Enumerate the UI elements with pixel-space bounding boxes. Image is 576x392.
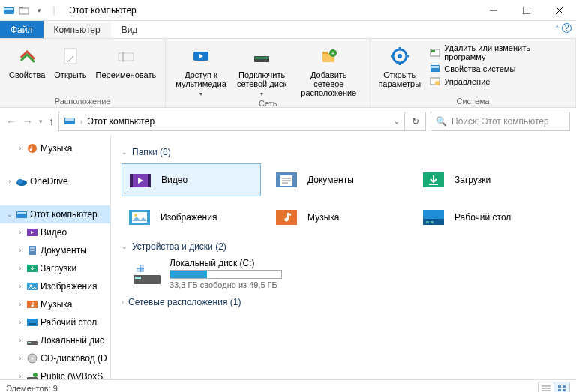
address-dropdown-icon[interactable]: ⌄ [394,118,400,125]
documents-icon [26,244,38,256]
minimize-button[interactable] [477,0,510,21]
svg-rect-89 [558,385,561,388]
maximize-button[interactable] [510,0,543,21]
tree-item[interactable]: ⌄Этот компьютер [0,205,110,223]
group-drives-header[interactable]: ⌄Устройства и диски (2) [122,241,566,252]
chevron-icon[interactable]: › [16,229,24,236]
folder-icon [418,204,448,231]
chevron-icon[interactable]: › [16,337,24,344]
open-button[interactable]: Открыть [51,40,89,97]
tree-item[interactable]: ›OneDrive [0,172,110,190]
svg-point-33 [28,144,37,153]
search-input[interactable]: 🔍 Поиск: Этот компьютер [430,112,570,131]
onedrive-icon [16,175,28,187]
close-button[interactable] [543,0,576,21]
nav-forward-button[interactable]: → [22,115,33,127]
rename-button[interactable]: Переименовать [93,40,160,97]
sidebar: ›Музыка›OneDrive⌄Этот компьютер›Видео›До… [0,135,111,379]
tree-item-label: Музыка [40,143,72,154]
folder-item[interactable]: Загрузки [416,163,555,196]
tree-item[interactable]: ›CD-дисковод (D [0,349,110,367]
ribbon-group-location-label: Расположение [6,97,159,107]
tree-item[interactable]: ›Музыка [0,295,110,313]
drive-label: Локальный диск (C:) [170,258,282,268]
nav-back-button[interactable]: ← [6,115,16,127]
tree-item[interactable]: ›Видео [0,223,110,241]
uninstall-button[interactable]: Удалить или изменить программу [430,43,565,61]
folder-label: Рабочий стол [454,212,511,223]
address-bar[interactable]: › Этот компьютер ⌄ [58,112,405,131]
tree-item[interactable]: ›Рабочий стол [0,313,110,331]
chevron-icon[interactable]: › [6,178,14,185]
svg-rect-79 [134,275,160,284]
content-pane: ⌄Папки (6) ВидеоДокументыЗагрузкиИзображ… [111,135,576,379]
qat-dropdown-icon[interactable]: ▾ [33,4,45,16]
svg-point-30 [435,81,440,85]
svg-rect-52 [28,342,31,343]
chevron-icon[interactable]: ⌄ [6,211,14,218]
drive-item[interactable]: Локальный диск (C:) 33,3 ГБ свободно из … [132,258,566,289]
view-icons-button[interactable] [554,382,570,393]
nav-up-button[interactable]: ↑ [49,115,54,127]
tab-file[interactable]: Файл [0,21,44,38]
svg-rect-38 [17,212,26,214]
navbar: ← → ▾ ↑ › Этот компьютер ⌄ ↻ 🔍 Поиск: Эт… [0,108,576,135]
tree-item-label: Этот компьютер [30,209,98,220]
group-folders-header[interactable]: ⌄Папки (6) [122,147,566,157]
chevron-icon[interactable]: › [16,355,24,362]
breadcrumb-text[interactable]: Этот компьютер [87,116,154,127]
tree-item[interactable]: ›Документы [0,241,110,259]
svg-point-56 [33,373,38,377]
svg-rect-32 [65,118,74,121]
tree-item[interactable]: ›Изображения [0,277,110,295]
tab-view[interactable]: Вид [111,21,148,38]
tree-item[interactable]: ›Локальный дис [0,331,110,349]
folder-item[interactable]: Документы [268,163,408,196]
properties-button[interactable]: Свойства [6,40,48,97]
tree-item-label: Загрузки [40,263,76,274]
chevron-icon[interactable]: › [16,265,24,272]
folder-item[interactable]: Музыка [268,201,408,234]
main-area: ›Музыка›OneDrive⌄Этот компьютер›Видео›До… [0,135,576,379]
tree-item-label: Документы [40,245,87,256]
folder-icon [125,166,155,193]
drive-sub: 33,3 ГБ свободно из 49,5 ГБ [170,280,282,289]
group-network-header[interactable]: ›Сетевые расположения (1) [122,297,566,307]
add-network-button[interactable]: + Добавить сетевое расположение [293,40,364,99]
chevron-icon[interactable]: › [16,247,24,254]
tab-computer[interactable]: Компьютер [44,21,111,38]
nav-recent-button[interactable]: ▾ [39,118,43,125]
folder-item[interactable]: Видео [122,163,261,196]
help-icon[interactable]: ⌃? [554,23,572,33]
manage-button[interactable]: Управление [430,76,565,87]
tree-item[interactable]: ›Музыка [0,139,110,157]
tree-item[interactable]: ›Загрузки [0,259,110,277]
chevron-icon[interactable]: › [16,145,24,152]
tree-item[interactable]: ›Public (\\VBoxS [0,367,110,379]
media-access-button[interactable]: Доступ к мультимедиа ▾ [172,40,230,99]
tree-item-label: Public (\\VBoxS [40,371,103,379]
folder-label: Изображения [160,212,217,223]
svg-rect-77 [426,221,429,223]
search-icon: 🔍 [436,116,447,127]
music-icon [26,142,38,154]
svg-rect-82 [136,265,140,268]
thispc-icon [16,208,28,220]
svg-rect-73 [276,210,297,225]
folder-item[interactable]: Рабочий стол [416,201,555,234]
qat-folder-icon[interactable] [18,4,30,16]
chevron-icon[interactable]: › [16,301,24,308]
chevron-icon[interactable]: › [16,319,24,326]
svg-point-20 [398,54,402,58]
refresh-button[interactable]: ↻ [405,112,426,131]
open-settings-button[interactable]: Открыть параметры [376,40,422,97]
chevron-icon[interactable]: › [16,283,24,290]
view-details-button[interactable] [538,382,554,393]
tree-item-label: Музыка [40,299,72,310]
system-props-button[interactable]: Свойства системы [430,64,565,74]
folder-item[interactable]: Изображения [122,201,261,234]
map-drive-button[interactable]: Подключить сетевой диск ▾ [233,40,290,99]
chevron-icon[interactable]: › [16,373,24,379]
svg-point-48 [32,305,34,307]
svg-rect-2 [20,8,28,14]
